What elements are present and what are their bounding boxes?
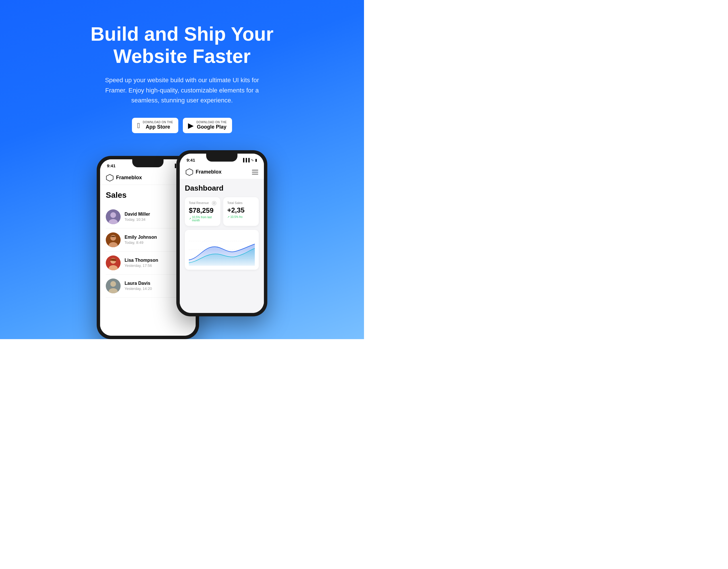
wifi-icon-front: ∿ xyxy=(251,158,254,162)
avatar-emily xyxy=(106,232,121,247)
app-header-front: Frameblox xyxy=(180,164,264,179)
status-time-front: 9:41 xyxy=(187,158,195,162)
svg-point-2 xyxy=(110,212,116,218)
contact-info-1: David Miller Today, 10:34 xyxy=(125,212,150,221)
contact-name-4: Laura Davis xyxy=(125,281,152,286)
svg-point-11 xyxy=(110,281,116,287)
notch-front xyxy=(206,154,237,162)
contact-time-1: Today, 10:34 xyxy=(125,217,150,221)
svg-marker-0 xyxy=(106,174,113,181)
app-logo-front: Frameblox xyxy=(185,168,222,176)
contact-time-2: Today, 8:49 xyxy=(125,240,157,245)
avatar-svg-emily xyxy=(106,232,121,247)
stat-label-sales: Total Sales xyxy=(227,201,255,204)
dashboard-content: Dashboard Total Revenue ⓔ $78,259 xyxy=(180,179,264,313)
stat-value-revenue: $78,259 xyxy=(189,206,216,214)
frameblox-logo-icon-front xyxy=(185,168,193,176)
signal-icon-front: ▐▐▐ xyxy=(242,158,250,162)
avatar-lisa xyxy=(106,255,121,270)
googleplay-text: DOWNLOAD ON THE Google Play xyxy=(197,121,227,130)
contact-info-4: Laura Davis Yesterday, 14:20 xyxy=(125,281,152,291)
avatar-svg-lisa xyxy=(106,255,121,270)
hamburger-menu[interactable] xyxy=(252,170,258,174)
app-name-back: Frameblox xyxy=(116,175,142,181)
avatar-svg-laura xyxy=(106,278,121,293)
dashboard-title: Dashboard xyxy=(185,184,259,192)
notch-back xyxy=(132,159,164,167)
avatar-svg-david xyxy=(106,209,121,224)
hero-title: Build and Ship Your Website Faster xyxy=(68,23,296,67)
contact-time-4: Yesterday, 14:20 xyxy=(125,287,152,291)
stat-value-sales: +2,35 xyxy=(227,206,255,214)
revenue-icon: ⓔ xyxy=(212,200,216,206)
appstore-label-top: DOWNLOAD ON THE xyxy=(143,121,173,124)
app-logo-back: Frameblox xyxy=(106,174,142,182)
hero-subtitle: Speed up your website build with our ult… xyxy=(102,75,262,105)
stat-change-text-sales: 10.5% fro xyxy=(230,215,243,218)
battery-icon-front: ▮ xyxy=(255,158,257,162)
stats-row: Total Revenue ⓔ $78,259 ↗ 10,5% from las… xyxy=(185,197,259,226)
stat-card-revenue: Total Revenue ⓔ $78,259 ↗ 10,5% from las… xyxy=(185,197,220,226)
hamburger-line-2 xyxy=(252,172,258,172)
googleplay-button[interactable]: ▶ DOWNLOAD ON THE Google Play xyxy=(183,118,232,133)
download-buttons-group:  DOWNLOAD ON THE App Store ▶ DOWNLOAD O… xyxy=(132,118,232,133)
stat-card-sales: Total Sales +2,35 ↗ 10.5% fro xyxy=(223,197,259,226)
phone-front: 9:41 ▐▐▐ ∿ ▮ xyxy=(176,150,267,317)
trend-icon-revenue: ↗ xyxy=(189,217,191,220)
googleplay-label-top: DOWNLOAD ON THE xyxy=(197,121,227,124)
stat-change-sales: ↗ 10.5% fro xyxy=(227,215,255,218)
hero-section: Build and Ship Your Website Faster Speed… xyxy=(0,0,364,339)
area-chart xyxy=(189,234,255,266)
frameblox-logo-icon-back xyxy=(106,174,114,182)
app-name-front: Frameblox xyxy=(196,169,222,175)
googleplay-label-bottom: Google Play xyxy=(197,124,227,130)
contact-info-2: Emily Johnson Today, 8:49 xyxy=(125,235,157,245)
avatar-laura xyxy=(106,278,121,293)
appstore-button[interactable]:  DOWNLOAD ON THE App Store xyxy=(132,118,178,133)
play-icon: ▶ xyxy=(188,122,194,129)
status-icons-front: ▐▐▐ ∿ ▮ xyxy=(242,158,257,162)
contact-time-3: Yesterday, 17:56 xyxy=(125,263,158,268)
contact-info-3: Lisa Thompson Yesterday, 17:56 xyxy=(125,258,158,268)
avatar-david xyxy=(106,209,121,224)
stat-change-revenue: ↗ 10,5% from last month xyxy=(189,216,216,222)
chart-area xyxy=(185,230,259,270)
apple-icon:  xyxy=(137,122,140,129)
contact-name-3: Lisa Thompson xyxy=(125,258,158,263)
appstore-label-bottom: App Store xyxy=(143,124,173,130)
hamburger-line-3 xyxy=(252,174,258,174)
trend-icon-sales: ↗ xyxy=(227,215,229,218)
contact-name-2: Emily Johnson xyxy=(125,235,157,240)
phone-frame-front: 9:41 ▐▐▐ ∿ ▮ xyxy=(176,150,267,317)
appstore-text: DOWNLOAD ON THE App Store xyxy=(143,121,173,130)
stat-label-revenue: Total Revenue xyxy=(189,201,209,204)
hamburger-line-1 xyxy=(252,170,258,170)
phones-container: 9:41 ▐▐▐ ∿ ▮ xyxy=(54,150,310,339)
stat-change-text-revenue: 10,5% from last month xyxy=(192,216,216,222)
contact-name-1: David Miller xyxy=(125,212,150,217)
svg-marker-13 xyxy=(186,169,193,175)
status-time-back: 9:41 xyxy=(107,163,115,168)
phone-screen-front: 9:41 ▐▐▐ ∿ ▮ xyxy=(180,154,264,313)
